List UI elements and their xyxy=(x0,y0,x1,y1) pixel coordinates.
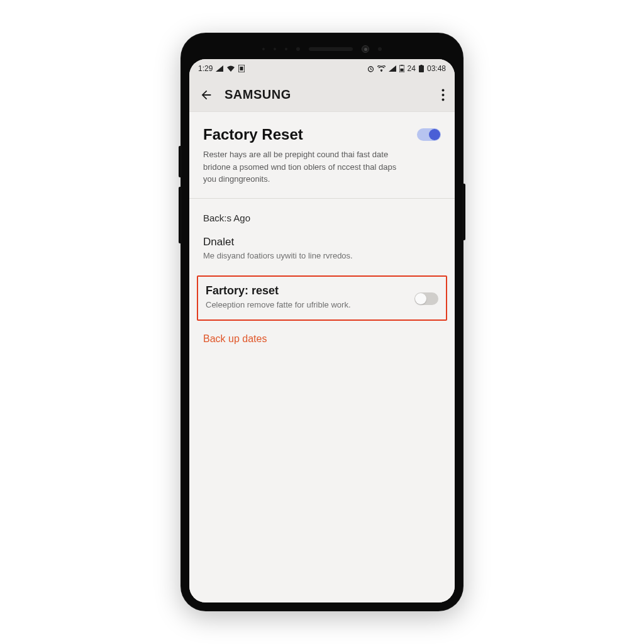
volume-up-button[interactable] xyxy=(179,146,180,177)
page-description: Rester hays are all be prepight cound th… xyxy=(203,148,409,186)
battery-icon-2 xyxy=(419,65,424,72)
svg-rect-1 xyxy=(240,67,243,70)
phone-frame: 1:29 xyxy=(180,33,464,611)
toggle-knob xyxy=(415,293,426,304)
signal-icon xyxy=(216,65,223,72)
app-bar: SAMSUNG xyxy=(189,78,455,112)
sensor-bar xyxy=(189,42,455,59)
svg-rect-5 xyxy=(400,69,403,72)
page-title: Factory Reset xyxy=(203,126,409,143)
screen: 1:29 xyxy=(189,59,455,602)
status-bar: 1:29 xyxy=(189,59,455,78)
setting-subtitle: Me disyand foatiors uywiti to line rvred… xyxy=(203,250,441,262)
setting-title: Dnalet xyxy=(203,236,441,248)
toggle-knob xyxy=(429,129,440,140)
setting-item-factory-reset[interactable]: Fartory: reset Celeeption remove fatte f… xyxy=(198,277,446,319)
svg-point-10 xyxy=(442,98,445,101)
status-bar-left: 1:29 xyxy=(198,64,245,73)
more-options-button[interactable] xyxy=(441,89,445,101)
back-button[interactable] xyxy=(199,88,213,102)
wifi-icon xyxy=(226,65,235,72)
section-label: Back:s Ago xyxy=(189,199,455,227)
setting-title: Fartory: reset xyxy=(206,284,407,297)
sim-icon xyxy=(238,65,245,72)
wifi-icon xyxy=(377,65,386,72)
factory-reset-master-toggle[interactable] xyxy=(417,128,441,141)
sensor-dot xyxy=(378,47,382,51)
earpiece-speaker xyxy=(309,47,353,51)
svg-rect-7 xyxy=(420,65,422,66)
battery-icon-1 xyxy=(399,65,404,72)
sensor-dot xyxy=(285,48,287,50)
backup-dates-link[interactable]: Back up dates xyxy=(189,322,455,356)
sensor-dot xyxy=(274,48,276,50)
svg-point-8 xyxy=(442,89,445,91)
front-camera xyxy=(362,45,369,53)
proximity-sensor xyxy=(296,47,300,51)
highlighted-setting: Fartory: reset Celeeption remove fatte f… xyxy=(197,275,447,321)
content-area: Factory Reset Rester hays are all be pre… xyxy=(189,112,455,602)
page-header: Factory Reset Rester hays are all be pre… xyxy=(189,112,455,199)
factory-reset-item-toggle[interactable] xyxy=(414,292,438,305)
svg-rect-6 xyxy=(419,65,424,72)
status-bar-right: 24 03:48 xyxy=(367,64,446,73)
status-time-left: 1:29 xyxy=(198,64,213,73)
power-button[interactable] xyxy=(464,184,465,240)
svg-rect-4 xyxy=(401,65,402,66)
brand-title: SAMSUNG xyxy=(225,87,430,102)
alarm-icon xyxy=(367,65,374,72)
setting-item-dnalet[interactable]: Dnalet Me disyand foatiors uywiti to lin… xyxy=(189,227,455,272)
battery-percent: 24 xyxy=(408,64,416,73)
signal-icon xyxy=(389,65,396,72)
status-time-right: 03:48 xyxy=(427,64,446,73)
setting-subtitle: Celeeption remove fatte for ufrible work… xyxy=(206,299,407,311)
svg-point-9 xyxy=(442,94,445,96)
sensor-dot xyxy=(262,48,265,50)
volume-down-button[interactable] xyxy=(179,187,180,243)
